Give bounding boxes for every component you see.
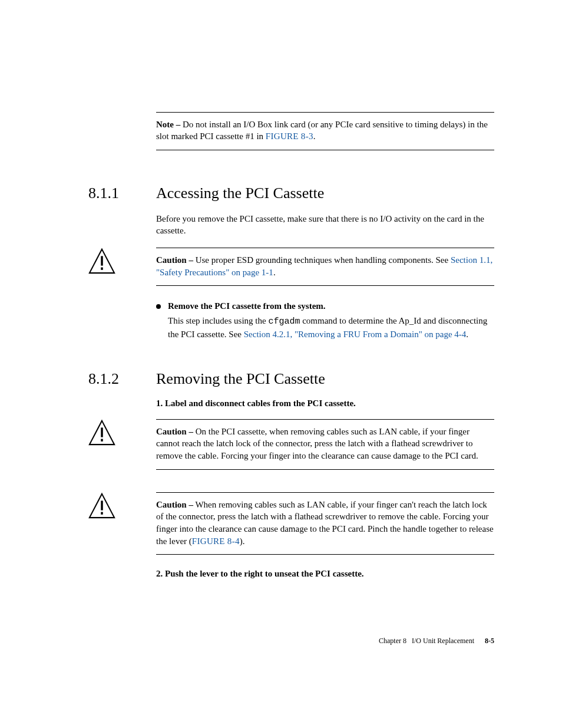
note-text-b: . xyxy=(313,131,316,141)
caution-text-2: Caution – On the PCI cassette, when remo… xyxy=(156,419,494,470)
section-title: Removing the PCI Cassette xyxy=(156,370,325,388)
caution-icon xyxy=(88,248,115,275)
svg-rect-1 xyxy=(101,256,103,265)
note-text-a: Do not install an I/O Box link card (or … xyxy=(156,120,488,141)
section-number: 8.1.2 xyxy=(88,370,156,388)
caution-label: Caution – xyxy=(156,427,193,436)
page: Note – Do not install an I/O Box link ca… xyxy=(0,0,562,728)
bullet-body-c: . xyxy=(466,330,468,339)
note-figure-link[interactable]: FIGURE 8-3 xyxy=(266,131,313,141)
section-header-812: 8.1.2 Removing the PCI Cassette xyxy=(88,370,494,388)
caution1-text-b: . xyxy=(273,268,276,277)
bullet-title: Remove the PCI cassette from the system. xyxy=(168,301,326,311)
step-1: 1. Label and disconnect cables from the … xyxy=(156,398,494,409)
page-footer: Chapter 8 I/O Unit Replacement8-5 xyxy=(379,637,494,645)
caution3-link[interactable]: FIGURE 8-4 xyxy=(192,536,240,546)
bullet-link[interactable]: Section 4.2.1, "Removing a FRU From a Do… xyxy=(244,330,467,339)
caution-label: Caution – xyxy=(156,255,193,265)
svg-rect-4 xyxy=(101,427,103,437)
caution2-text: On the PCI cassette, when removing cable… xyxy=(156,427,478,460)
caution-icon xyxy=(88,492,115,519)
bullet-body: This step includes using the cfgadm comm… xyxy=(168,315,494,340)
caution1-text-a: Use proper ESD grounding techniques when… xyxy=(193,255,451,265)
section1-intro: Before you remove the PCI cassette, make… xyxy=(156,213,494,237)
bullet-icon xyxy=(156,304,161,309)
bullet-body-a: This step includes using the xyxy=(168,316,268,325)
caution-text-3: Caution – When removing cables such as L… xyxy=(156,492,494,555)
caution-block-2: Caution – On the PCI cassette, when remo… xyxy=(88,419,494,470)
svg-rect-7 xyxy=(101,500,103,510)
bullet-code: cfgadm xyxy=(268,317,300,327)
caution-block-3: Caution – When removing cables such as L… xyxy=(88,492,494,555)
section-title: Accessing the PCI Cassette xyxy=(156,185,324,202)
caution3-text-b: ). xyxy=(240,536,245,546)
caution-block-1: Caution – Use proper ESD grounding techn… xyxy=(88,248,494,286)
section-header-811: 8.1.1 Accessing the PCI Cassette xyxy=(88,185,494,202)
note-label: Note – xyxy=(156,120,180,129)
note-block: Note – Do not install an I/O Box link ca… xyxy=(156,112,494,150)
svg-rect-8 xyxy=(101,512,103,514)
bullet-head: Remove the PCI cassette from the system. xyxy=(156,301,494,311)
caution-text-1: Caution – Use proper ESD grounding techn… xyxy=(156,248,494,286)
footer-chapter: Chapter 8 xyxy=(379,637,406,645)
svg-rect-2 xyxy=(101,267,103,269)
bullet-step: Remove the PCI cassette from the system.… xyxy=(156,301,494,340)
svg-rect-5 xyxy=(101,439,103,441)
footer-title: I/O Unit Replacement xyxy=(412,637,474,645)
caution-icon xyxy=(88,419,115,446)
footer-page: 8-5 xyxy=(485,637,494,645)
section-number: 8.1.1 xyxy=(88,185,156,202)
step-2: 2. Push the lever to the right to unseat… xyxy=(156,569,494,579)
caution-label: Caution – xyxy=(156,500,193,509)
